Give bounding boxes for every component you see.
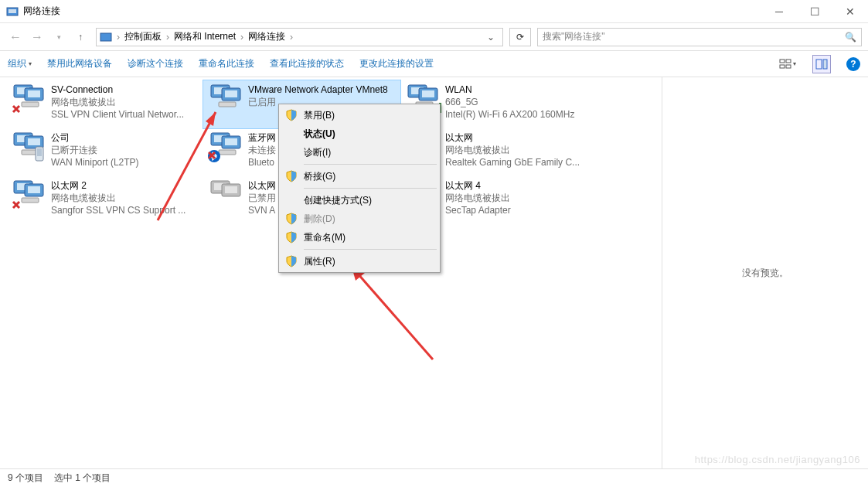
ctx-disable[interactable]: 禁用(B) [281, 106, 438, 124]
connection-status: 666_5G [445, 96, 593, 108]
svg-rect-7 [816, 60, 822, 69]
connection-device: Realtek Gaming GbE Family C... [445, 156, 593, 169]
svg-rect-13 [22, 102, 39, 107]
svg-rect-4 [786, 60, 791, 63]
connection-status: 网络电缆被拔出 [445, 192, 593, 204]
connection-status: 网络电缆被拔出 [51, 96, 199, 108]
addressbar[interactable]: › 控制面板 › 网络和 Internet › 网络连接 › ⌄ [96, 28, 503, 46]
diagnose-button[interactable]: 诊断这个连接 [128, 57, 183, 70]
shield-icon [285, 109, 298, 121]
window-title: 网络连接 [23, 5, 761, 18]
connection-device: Sangfor SSL VPN CS Support ... [51, 204, 199, 216]
preview-panel: 没有预览。 [662, 77, 868, 468]
svg-rect-5 [780, 65, 785, 68]
connection-status: 网络电缆被拔出 [445, 144, 593, 156]
connection-device: Intel(R) Wi-Fi 6 AX200 160MHz [445, 108, 593, 121]
disable-device-button[interactable]: 禁用此网络设备 [47, 57, 112, 70]
app-icon [6, 5, 19, 18]
ctx-diagnose[interactable]: 诊断(I) [281, 143, 438, 162]
help-button[interactable]: ? [846, 57, 860, 71]
connection-name: 以太网 4 [445, 179, 593, 192]
network-adapter-icon [208, 179, 245, 210]
view-status-button[interactable]: 查看此连接的状态 [270, 57, 344, 70]
connection-device: SecTap Adapter [445, 204, 593, 216]
navbar: ← → ▾ ↑ › 控制面板 › 网络和 Internet › 网络连接 › ⌄… [0, 23, 868, 51]
svg-rect-23 [422, 90, 434, 97]
svg-rect-35 [37, 148, 42, 156]
crumb-2[interactable]: 网络连接 [245, 30, 288, 43]
refresh-button[interactable]: ⟳ [509, 28, 531, 46]
network-adapter-icon [11, 131, 48, 162]
preview-pane-button[interactable] [812, 55, 831, 73]
up-button[interactable]: ↑ [71, 28, 90, 46]
svg-rect-6 [786, 65, 791, 68]
rename-button[interactable]: 重命名此连接 [199, 57, 254, 70]
shield-icon [285, 213, 298, 225]
address-dropdown[interactable]: ⌄ [482, 32, 499, 43]
ctx-sep [304, 164, 437, 165]
item-count: 9 个项目 [8, 472, 43, 485]
connection-name: VMware Network Adapter VMnet8 [248, 83, 396, 96]
network-adapter-icon [11, 83, 48, 114]
ctx-status[interactable]: 状态(U) [281, 124, 438, 143]
view-mode-button[interactable]: ▾ [778, 55, 797, 73]
network-adapter-icon [208, 83, 245, 114]
svg-rect-12 [28, 90, 40, 97]
connection-item[interactable]: 以太网 2网络电缆被拔出Sangfor SSL VPN CS Support .… [6, 176, 203, 224]
svg-rect-32 [28, 138, 40, 145]
minimize-button[interactable]: ─ [761, 0, 797, 22]
svg-rect-52 [22, 198, 39, 203]
svg-rect-18 [225, 90, 237, 97]
watermark: https://blog.csdn.net/jiangyang106 [695, 454, 860, 465]
breadcrumb-sep: › [115, 32, 121, 43]
connection-status: 已断开连接 [51, 144, 199, 156]
shield-icon [285, 231, 298, 244]
connection-name: WLAN [445, 83, 593, 96]
close-button[interactable]: ✕ [832, 0, 868, 22]
crumb-0[interactable]: 控制面板 [121, 30, 165, 43]
svg-rect-51 [28, 186, 40, 193]
crumb-1[interactable]: 网络和 Internet [171, 30, 239, 43]
search-placeholder: 搜索"网络连接" [543, 30, 845, 43]
context-menu: 禁用(B) 状态(U) 诊断(I) 桥接(G) 创建快捷方式(S) 删除(D) … [278, 104, 441, 273]
statusbar: 9 个项目 选中 1 个项目 [0, 468, 868, 487]
shield-icon [285, 170, 298, 182]
back-button[interactable]: ← [6, 28, 25, 46]
shield-icon [285, 255, 298, 267]
connection-name: 以太网 [445, 131, 593, 144]
connection-device: WAN Miniport (L2TP) [51, 156, 199, 169]
history-dropdown[interactable]: ▾ [49, 28, 68, 46]
connection-item[interactable]: SV-Connection网络电缆被拔出SSL VPN Client Virtu… [6, 80, 203, 128]
svg-rect-40 [219, 150, 236, 155]
connection-name: 公司 [51, 131, 199, 144]
ctx-delete[interactable]: 删除(D) [281, 209, 438, 228]
svg-rect-19 [219, 102, 236, 107]
selected-count: 选中 1 个项目 [54, 472, 111, 485]
ctx-rename[interactable]: 重命名(M) [281, 228, 438, 247]
connection-name: 以太网 2 [51, 179, 199, 192]
toolbar: 组织 禁用此网络设备 诊断这个连接 重命名此连接 查看此连接的状态 更改此连接的… [0, 51, 868, 77]
connection-device: SSL VPN Client Virtual Networ... [51, 108, 199, 121]
organize-button[interactable]: 组织 [8, 57, 32, 70]
ctx-bridge[interactable]: 桥接(G) [281, 167, 438, 186]
svg-rect-39 [225, 138, 237, 145]
svg-rect-8 [823, 60, 827, 69]
network-adapter-icon [11, 179, 48, 210]
svg-rect-3 [780, 60, 785, 63]
forward-button[interactable]: → [28, 28, 46, 46]
ctx-properties[interactable]: 属性(R) [281, 252, 438, 271]
connection-item[interactable]: 公司已断开连接WAN Miniport (L2TP) [6, 128, 203, 176]
titlebar: 网络连接 ─ ☐ ✕ [0, 0, 868, 23]
no-preview-label: 没有预览。 [742, 267, 788, 280]
svg-rect-1 [9, 9, 16, 13]
search-icon[interactable]: 🔍 [845, 32, 856, 43]
ctx-shortcut[interactable]: 创建快捷方式(S) [281, 191, 438, 209]
svg-rect-57 [225, 186, 237, 193]
searchbox[interactable]: 搜索"网络连接" 🔍 [537, 28, 862, 46]
svg-rect-2 [100, 33, 111, 41]
change-settings-button[interactable]: 更改此连接的设置 [359, 57, 434, 70]
location-icon [100, 31, 112, 43]
connection-name: SV-Connection [51, 83, 199, 96]
maximize-button[interactable]: ☐ [797, 0, 832, 22]
connection-status: 网络电缆被拔出 [51, 192, 199, 204]
